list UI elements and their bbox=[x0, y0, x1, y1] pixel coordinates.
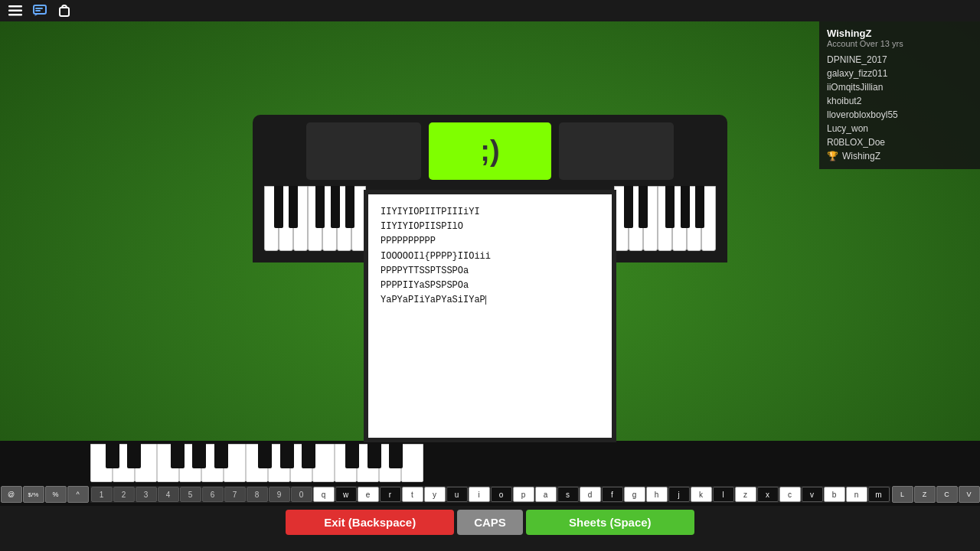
key-p[interactable]: p bbox=[513, 487, 534, 502]
piano-black-1[interactable] bbox=[106, 444, 119, 468]
sheet-content: IIYIYIOPIITPIIIiYI IIYIYIOPIISPIlO PPPPP… bbox=[381, 205, 599, 308]
sheets-button[interactable]: Sheets (Space) bbox=[526, 510, 694, 535]
bottom-section: I @ $/% % ^ bbox=[0, 441, 980, 539]
account-info: Account Over 13 yrs bbox=[827, 39, 972, 48]
key-x[interactable]: x bbox=[757, 487, 779, 502]
key-e[interactable]: e bbox=[358, 487, 379, 502]
special-key-percent[interactable]: % bbox=[45, 486, 67, 503]
piano-black-9[interactable] bbox=[345, 444, 359, 468]
sheet-line-7: YaPYaPIiYaPYaSiIYaP bbox=[381, 293, 599, 308]
svg-rect-6 bbox=[35, 10, 41, 11]
svg-rect-1 bbox=[8, 10, 22, 12]
black-key[interactable] bbox=[289, 186, 298, 228]
key-m[interactable]: m bbox=[868, 487, 890, 502]
key-y[interactable]: y bbox=[424, 487, 446, 502]
black-key[interactable] bbox=[345, 186, 354, 228]
piano-keyboard-visual: I @ $/% % ^ bbox=[0, 441, 980, 506]
piano-white-11[interactable] bbox=[312, 444, 335, 482]
key-o[interactable]: o bbox=[491, 487, 512, 502]
display-center: ;) bbox=[429, 122, 551, 180]
special-key-at[interactable]: @ bbox=[1, 486, 22, 503]
svg-rect-0 bbox=[8, 5, 22, 8]
black-key[interactable] bbox=[681, 186, 690, 228]
sheet-line-5: PPPPYTTSSPTSSPOa bbox=[381, 264, 599, 279]
display-right bbox=[559, 122, 674, 180]
key-3[interactable]: 3 bbox=[136, 487, 157, 502]
player-iiomqits: iiOmqitsJillian bbox=[827, 80, 972, 94]
key-w[interactable]: w bbox=[335, 487, 357, 502]
key-a[interactable]: a bbox=[535, 487, 557, 502]
piano-black-5[interactable] bbox=[214, 444, 228, 468]
key-4[interactable]: 4 bbox=[158, 487, 179, 502]
right-sidebar: WishingZ Account Over 13 yrs DPNINE_2017… bbox=[819, 21, 980, 169]
key-8[interactable]: 8 bbox=[247, 487, 268, 502]
caps-button[interactable]: CAPS bbox=[457, 510, 523, 535]
piano-black-11[interactable] bbox=[389, 444, 403, 468]
key-s[interactable]: s bbox=[557, 487, 579, 502]
key-r[interactable]: r bbox=[380, 487, 401, 502]
backpack-icon[interactable] bbox=[57, 3, 72, 18]
black-key[interactable] bbox=[665, 186, 675, 228]
key-i[interactable]: i bbox=[469, 487, 490, 502]
player-galaxy: galaxy_fizz011 bbox=[827, 67, 972, 80]
piano-black-8[interactable] bbox=[302, 444, 315, 468]
svg-rect-2 bbox=[8, 14, 22, 16]
key-1[interactable]: 1 bbox=[91, 487, 113, 502]
key-v[interactable]: v bbox=[802, 487, 823, 502]
key-5[interactable]: 5 bbox=[180, 487, 201, 502]
player-roblox-doe: R0BLOX_Doe bbox=[827, 135, 972, 149]
key-2[interactable]: 2 bbox=[113, 487, 135, 502]
menu-icon[interactable] bbox=[8, 3, 23, 18]
number-keys-row: 1 2 3 4 5 6 7 8 9 0 q w e r t y u i o p bbox=[90, 486, 890, 503]
chat-icon[interactable] bbox=[32, 3, 47, 18]
piano-keys-row bbox=[90, 444, 890, 486]
special-key-L[interactable]: L bbox=[892, 486, 913, 503]
special-key-Z[interactable]: Z bbox=[914, 486, 936, 503]
player-dpnine: DPNINE_2017 bbox=[827, 53, 972, 67]
key-f[interactable]: f bbox=[602, 487, 623, 502]
key-l[interactable]: l bbox=[713, 487, 734, 502]
piano-black-7[interactable] bbox=[280, 444, 294, 468]
key-6[interactable]: 6 bbox=[202, 487, 224, 502]
display-left bbox=[306, 122, 421, 180]
sheet-line-4: IOOOOOIl{PPPP}IIOiii bbox=[381, 249, 599, 264]
black-key[interactable] bbox=[274, 186, 283, 228]
key-k[interactable]: k bbox=[691, 487, 712, 502]
piano-black-6[interactable] bbox=[258, 444, 272, 468]
piano-black-3[interactable] bbox=[171, 444, 185, 468]
special-key-V[interactable]: V bbox=[959, 486, 980, 503]
top-bar bbox=[0, 0, 980, 21]
black-key[interactable] bbox=[639, 186, 648, 228]
piano-keys-right bbox=[614, 186, 716, 255]
black-key[interactable] bbox=[695, 186, 704, 228]
key-t[interactable]: t bbox=[402, 487, 423, 502]
key-c[interactable]: c bbox=[779, 487, 801, 502]
special-key-C[interactable]: C bbox=[936, 486, 958, 503]
key-u[interactable]: u bbox=[446, 487, 468, 502]
key-9[interactable]: 9 bbox=[269, 487, 290, 502]
black-key[interactable] bbox=[331, 186, 340, 228]
key-q[interactable]: q bbox=[313, 487, 335, 502]
key-j[interactable]: j bbox=[668, 487, 690, 502]
exit-button[interactable]: Exit (Backspace) bbox=[286, 510, 454, 535]
key-0[interactable]: 0 bbox=[291, 487, 312, 502]
piano-white-15[interactable] bbox=[401, 444, 423, 482]
black-key[interactable] bbox=[315, 186, 325, 228]
piano-black-4[interactable] bbox=[192, 444, 206, 468]
key-d[interactable]: d bbox=[580, 487, 601, 502]
key-h[interactable]: h bbox=[646, 487, 668, 502]
key-g[interactable]: g bbox=[624, 487, 645, 502]
sheet-line-3: PPPPPPPPPP bbox=[381, 234, 599, 249]
key-7[interactable]: 7 bbox=[224, 487, 246, 502]
piano-black-10[interactable] bbox=[368, 444, 381, 468]
sheet-line-1: IIYIYIOPIITPIIIiYI bbox=[381, 205, 599, 220]
special-key-dollar[interactable]: $/% bbox=[23, 486, 44, 503]
black-key[interactable] bbox=[624, 186, 633, 228]
svg-rect-3 bbox=[34, 5, 46, 14]
key-n[interactable]: n bbox=[846, 487, 867, 502]
piano-black-2[interactable] bbox=[127, 444, 141, 468]
key-z[interactable]: z bbox=[735, 487, 756, 502]
player-khoibut: khoibut2 bbox=[827, 94, 972, 108]
special-key-caret[interactable]: ^ bbox=[67, 486, 89, 503]
key-b[interactable]: b bbox=[824, 487, 845, 502]
